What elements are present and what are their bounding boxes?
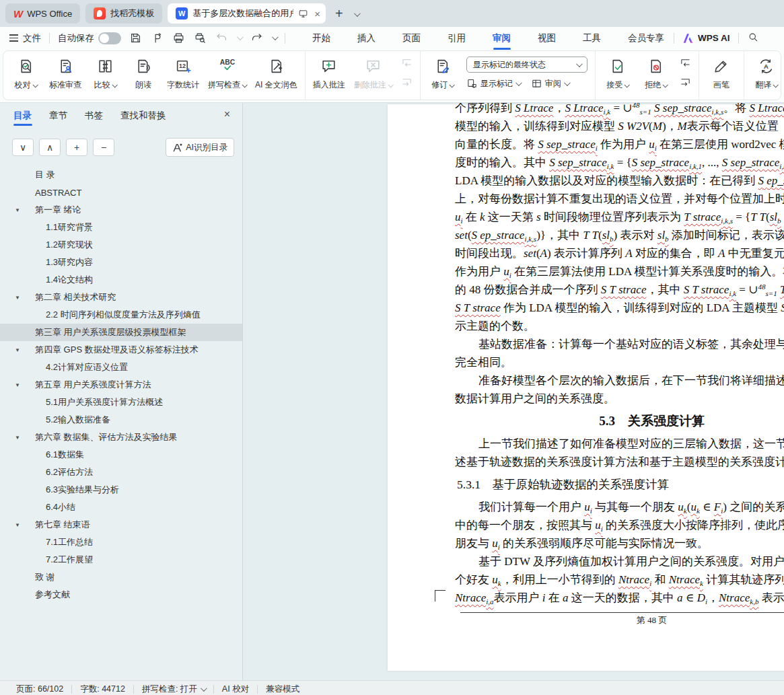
track-changes-button[interactable]: 修订 xyxy=(428,51,458,91)
toc-item[interactable]: 7.2工作展望 xyxy=(0,551,242,569)
doc-line[interactable]: 朋友与 ui 的关系强弱顺序尽可能与实际情况一致。 xyxy=(455,534,784,552)
menu-tab-2[interactable]: 页面 xyxy=(401,28,422,49)
doc-line[interactable]: S T strace 作为 LDA 模型的输入，训练得到对应的 LDA 主题模型… xyxy=(455,299,784,317)
doc-line[interactable]: set(S ep_stracei,k,s)}，其中 T T(slb) 表示对 s… xyxy=(455,226,784,244)
page-indicator[interactable]: 页面: 66/102 xyxy=(8,684,71,695)
file-menu[interactable]: 文件 xyxy=(9,32,41,44)
menu-tab-3[interactable]: 引用 xyxy=(446,28,467,49)
accept-button[interactable]: 接受 xyxy=(603,51,633,91)
toc-item[interactable]: 5.1用户关系强度计算方法概述 xyxy=(0,394,242,411)
doc-line[interactable]: 中的每一个朋友，按照其与 ui 的关系强度大小按降序排列，使此序列 xyxy=(455,516,784,534)
toc-item[interactable]: 1.1研究背景 xyxy=(0,219,242,236)
spell-check-status[interactable]: 拼写检查: 打开 xyxy=(134,684,213,695)
wps-ai-button[interactable]: WPS AI xyxy=(682,33,730,44)
next-comment-icon[interactable] xyxy=(401,77,413,92)
document-page[interactable]: 个序列得到 S Ltrace，S Ltracei,k = ∪48s=1 S se… xyxy=(388,104,784,671)
toc-expand-all-button[interactable]: + xyxy=(66,139,87,156)
menu-tab-7[interactable]: 会员专享 xyxy=(627,28,666,49)
spell-check-button[interactable]: ABC 拼写检查 xyxy=(208,51,246,91)
doc-line[interactable]: 作为用户 ui 在第三层算法使用 LDA 模型计算关系强度时的输入。将 xyxy=(455,262,784,281)
sidebar-tab-0[interactable]: 目录 xyxy=(13,110,32,126)
tab-list-chevron-icon[interactable] xyxy=(354,7,359,20)
delete-comment-button[interactable]: 删除批注 xyxy=(354,51,392,91)
doc-line[interactable]: 上一节我们描述了如何准备模型对应的三层输入数据，这一节我 xyxy=(455,435,784,453)
toc-collapse-arrow-icon[interactable]: ▼ xyxy=(15,347,20,353)
toc-scroll-up-button[interactable]: ∧ xyxy=(39,139,61,156)
compare-button[interactable]: 比较 xyxy=(90,51,120,91)
toc-item[interactable]: ▼第一章 绪论 xyxy=(0,201,242,219)
sidebar-tab-3[interactable]: 查找和替换 xyxy=(120,110,166,126)
toc-item[interactable]: ABSTRACT xyxy=(0,184,242,201)
print-button[interactable] xyxy=(172,32,185,44)
doc-line[interactable]: 述基于轨迹数据的关系强度计算方法和基于主题模型的关系强度计算 xyxy=(455,453,784,471)
doc-line[interactable]: 数据计算用户之间的关系强度。 xyxy=(455,390,784,408)
reject-button[interactable]: 拒绝 xyxy=(641,51,671,91)
toc-scroll-down-button[interactable]: ∨ xyxy=(12,139,34,156)
redo-button[interactable] xyxy=(250,32,263,44)
toc-collapse-arrow-icon[interactable]: ▼ xyxy=(15,295,20,301)
menu-tab-1[interactable]: 插入 xyxy=(356,28,377,49)
undo-history-chevron-icon[interactable] xyxy=(237,34,244,40)
menu-tab-0[interactable]: 开始 xyxy=(311,28,332,49)
menu-tab-4[interactable]: 审阅 xyxy=(491,28,512,49)
toc-collapse-arrow-icon[interactable]: ▼ xyxy=(15,522,20,528)
toc-item[interactable]: 4.2计算对应语义位置 xyxy=(0,359,242,376)
tab-wps-office[interactable]: W WPS Office xyxy=(5,3,80,24)
doc-line[interactable]: 准备好模型各个层次的输入数据后，在下一节我们将详细描述如 xyxy=(455,371,784,390)
toc-item[interactable]: 目 录 xyxy=(0,166,242,184)
tab-docer-template[interactable]: 找稻壳模板 xyxy=(85,3,162,24)
ai-proofread-button[interactable]: AI 校对 xyxy=(214,684,257,695)
toc-item[interactable]: ▼第四章 GPS 数据处理及语义标签标注技术 xyxy=(0,341,242,359)
ai-identify-toc-button[interactable]: AI识别目录 xyxy=(166,138,234,157)
doc-line[interactable]: 基站数据准备：计算每一个基站对应的语义标签，其余处理与 G xyxy=(455,335,784,353)
document-workspace[interactable]: 个序列得到 S Ltrace，S Ltracei,k = ∪48s=1 S se… xyxy=(243,103,784,680)
doc-heading[interactable]: 5.3 关系强度计算 xyxy=(455,408,784,435)
pen-button[interactable]: 画笔 xyxy=(707,51,736,91)
toc-item[interactable]: 1.4论文结构 xyxy=(0,271,242,289)
doc-line[interactable]: 基于 DTW 及序列熵值加权计算用户之间的关系强度。对用户 u xyxy=(455,552,784,571)
doc-line[interactable]: 个好友 uk，利用上一小节得到的 Ntracei 和 Ntracek 计算其轨迹… xyxy=(455,571,784,589)
search-icon[interactable] xyxy=(747,31,759,45)
toc-item[interactable]: 6.2评估方法 xyxy=(0,464,242,481)
toc-item[interactable]: ▼第二章 相关技术研究 xyxy=(0,289,242,306)
doc-line[interactable]: Ntracei,a表示用户 i 在 a 这一天的数据，其中 a ∈ Di，Ntr… xyxy=(455,589,784,607)
doc-line[interactable]: 个序列得到 S Ltrace，S Ltracei,k = ∪48s=1 S se… xyxy=(455,103,784,117)
undo-button[interactable] xyxy=(215,32,228,44)
toc-item[interactable]: ▼第七章 结束语 xyxy=(0,516,242,534)
sidebar-tab-2[interactable]: 书签 xyxy=(85,110,103,126)
insert-comment-button[interactable]: 插入批注 xyxy=(313,51,345,91)
sidebar-close-icon[interactable]: × xyxy=(224,108,230,120)
menu-tab-6[interactable]: 工具 xyxy=(581,28,602,49)
previous-comment-icon[interactable] xyxy=(401,58,413,72)
ai-polish-button[interactable]: AI 全文润色 xyxy=(255,51,297,91)
new-tab-button[interactable]: + xyxy=(331,6,347,22)
toc-item[interactable]: 致 谢 xyxy=(0,569,242,586)
doc-line[interactable]: 示主题的个数。 xyxy=(455,317,784,335)
toc-item[interactable]: 6.1数据集 xyxy=(0,446,242,464)
markup-state-select[interactable]: 显示标记的最终状态 xyxy=(466,57,587,73)
doc-heading[interactable]: 5.3.1 基于原始轨迹数据的关系强度计算 xyxy=(455,471,784,498)
toc-collapse-arrow-icon[interactable]: ▼ xyxy=(15,382,20,388)
doc-line[interactable]: 模型的输入，训练得到对应模型 S W2V(M)，M表示每个语义位置 xyxy=(455,117,784,135)
doc-line[interactable]: 时间段出现。set(A) 表示计算序列 A 对应的集合，即 A 中无重复元素。 xyxy=(455,244,784,262)
toc-item[interactable]: 7.1工作总结 xyxy=(0,534,242,551)
doc-line[interactable]: 上，对每份数据计算不重复出现的语义位置，并对每个位置加上时间 xyxy=(455,190,784,208)
read-aloud-button[interactable]: 朗读 xyxy=(129,51,158,91)
doc-line[interactable]: 我们计算每一个用户 ui 与其每一个朋友 uk(uk ∈ Fi) 之间的关系强 xyxy=(455,498,784,516)
doc-line[interactable]: 完全相同。 xyxy=(455,353,784,371)
next-change-icon[interactable] xyxy=(680,77,691,92)
toc-item[interactable]: ▼第五章 用户关系强度计算方法 xyxy=(0,376,242,394)
save-button[interactable] xyxy=(129,32,142,44)
doc-line[interactable]: LDA 模型的输入数据以及对应的模型输入数据时：在已得到 S ep_str xyxy=(455,172,784,190)
menu-tab-5[interactable]: 视图 xyxy=(536,28,557,49)
export-pdf-button[interactable] xyxy=(151,32,164,44)
toc-item[interactable]: ▼第六章 数据集、评估方法及实验结果 xyxy=(0,429,242,446)
toc-collapse-arrow-icon[interactable]: ▼ xyxy=(15,207,20,213)
tab-document[interactable]: W 基于多层次数据融合的用户关 × xyxy=(168,3,326,24)
word-count-button[interactable]: 12 字数统计 xyxy=(167,51,199,91)
doc-line[interactable]: 向量的长度。将 S sep_stracei 作为用户 ui 在第三层使用 wor… xyxy=(455,135,784,153)
previous-change-icon[interactable] xyxy=(680,58,691,72)
toc-collapse-arrow-icon[interactable]: ▼ xyxy=(15,435,20,441)
sidebar-tab-1[interactable]: 章节 xyxy=(49,110,67,126)
translate-button[interactable]: A 翻译 xyxy=(752,51,781,91)
